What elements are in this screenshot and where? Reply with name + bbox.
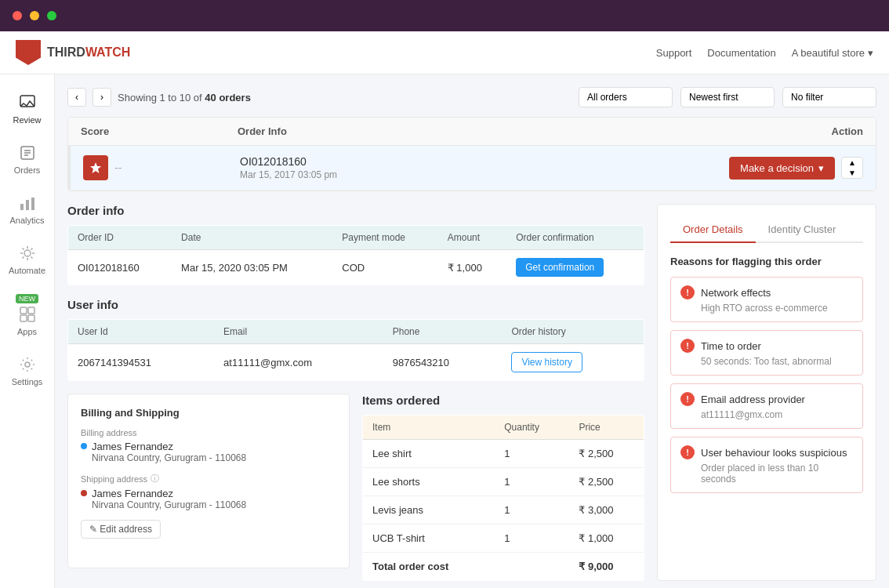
make-decision-button[interactable]: Make a decision ▾ (729, 157, 835, 180)
item-name: Lee shirt (363, 440, 495, 468)
item-price: ₹ 2,500 (569, 468, 644, 496)
get-confirmation-button[interactable]: Get confirmation (516, 258, 604, 277)
score-cell: -- (83, 155, 240, 180)
detail-user-id: 2067141394531 (68, 344, 215, 381)
left-detail: Order info Order ID Date Payment mode Am… (67, 204, 644, 581)
apps-badge: NEW (16, 294, 38, 303)
tab-identity-cluster[interactable]: Identity Cluster (756, 217, 849, 243)
pagination: ‹ › Showing 1 to 10 of 40 orders (67, 88, 251, 107)
header-nav: Support Documentation A beautiful store … (656, 47, 873, 59)
header: THIRDWATCH Support Documentation A beaut… (0, 31, 889, 74)
sidebar-item-orders[interactable]: Orders (0, 137, 54, 181)
store-dropdown[interactable]: A beautiful store ▾ (792, 47, 873, 59)
svg-rect-11 (20, 315, 27, 321)
reason-alert-icon: ! (680, 285, 695, 299)
items-section: Items ordered Item Quantity Price L (362, 394, 644, 581)
next-page-button[interactable]: › (93, 88, 111, 107)
order-id: OI012018160 (240, 155, 706, 168)
user-detail-row: 2067141394531 at11111@gmx.com 9876543210… (68, 344, 644, 381)
shipping-name: James Fernandez (92, 488, 246, 499)
expand-button[interactable]: ▲ ▼ (841, 157, 863, 179)
chevron-down-icon: ▾ (868, 47, 873, 59)
reason-card: ! Time to order 50 seconds: Too fast, ab… (670, 330, 863, 376)
right-panel: Order Details Identity Cluster Reasons f… (657, 204, 876, 581)
shipping-dot (81, 490, 87, 496)
th-quantity: Quantity (495, 416, 569, 440)
item-quantity: 1 (495, 440, 569, 468)
detail-amount: ₹ 1,000 (438, 250, 506, 285)
reasons-title: Reasons for flagging this order (670, 256, 863, 267)
support-link[interactable]: Support (656, 47, 692, 59)
item-name: Levis jeans (363, 496, 495, 524)
th-email: Email (214, 320, 383, 344)
tab-order-details[interactable]: Order Details (670, 217, 756, 243)
item-price: ₹ 3,000 (569, 496, 644, 524)
sidebar-item-review[interactable]: Review (0, 87, 54, 131)
showing-text: Showing 1 to 10 of (118, 92, 202, 103)
th-order-history: Order history (502, 320, 644, 344)
all-orders-select[interactable]: All orders (579, 87, 673, 107)
filter-select[interactable]: No filter (782, 87, 876, 107)
detail-date: Mar 15, 2020 03:05 PM (172, 250, 332, 285)
topbar (0, 0, 889, 31)
billing-address: Nirvana Country, Gurugram - 110068 (92, 452, 246, 463)
sidebar-item-settings[interactable]: Settings (0, 349, 54, 393)
col-score: Score (81, 125, 238, 137)
items-title: Items ordered (362, 394, 644, 407)
sort-select[interactable]: Newest first (680, 87, 775, 107)
total-value: ₹ 9,000 (569, 553, 644, 581)
documentation-link[interactable]: Documentation (707, 47, 775, 59)
item-row: UCB T-shirt 1 ₹ 1,000 (363, 524, 644, 553)
sidebar-label-review: Review (13, 115, 41, 125)
dot-green (47, 11, 56, 20)
th-confirmation: Order confirmation (506, 226, 644, 250)
apps-icon (18, 305, 37, 324)
th-price: Price (569, 416, 644, 440)
detail-confirmation-cell: Get confirmation (506, 250, 644, 285)
tabs: Order Details Identity Cluster (670, 217, 863, 243)
item-quantity: 1 (495, 496, 569, 524)
th-date: Date (172, 226, 332, 250)
action-cell: Make a decision ▾ ▲ ▼ (706, 157, 863, 180)
review-icon (18, 93, 37, 112)
user-info-table: User Id Email Phone Order history 206714… (67, 319, 644, 381)
item-row: Lee shirt 1 ₹ 2,500 (363, 440, 644, 468)
edit-address-button[interactable]: ✎ Edit address (81, 520, 161, 539)
total-label: Total order cost (363, 553, 495, 581)
reason-desc: Order placed in less than 10 seconds (701, 463, 853, 485)
order-info-table: Order ID Date Payment mode Amount Order … (67, 225, 644, 285)
analytics-icon (18, 194, 37, 212)
reason-desc: at11111@gmx.com (701, 409, 853, 420)
view-history-button[interactable]: View history (511, 352, 582, 372)
items-table: Item Quantity Price Lee shirt 1 ₹ 2,500 … (362, 415, 644, 581)
order-info-title: Order info (67, 204, 644, 217)
score-dashes: -- (114, 162, 122, 174)
chevron-down-icon: ▾ (818, 162, 824, 174)
reason-name: Email address provider (701, 394, 805, 405)
filter-controls: All orders Newest first No filter (579, 87, 876, 107)
svg-rect-12 (28, 315, 34, 321)
th-order-id: Order ID (68, 226, 172, 250)
reason-name: User behaviour looks suspicious (701, 447, 847, 459)
page-info: Showing 1 to 10 of 40 orders (118, 92, 251, 103)
sidebar-item-automate[interactable]: Automate (0, 238, 54, 281)
store-name: A beautiful store (792, 47, 865, 59)
item-quantity: 1 (495, 468, 569, 496)
sidebar-label-orders: Orders (14, 165, 41, 175)
item-name: Lee shorts (363, 468, 495, 496)
svg-rect-7 (31, 198, 34, 210)
user-info-title: User info (67, 298, 644, 311)
settings-icon (18, 355, 37, 374)
sidebar-item-apps[interactable]: NEW Apps (0, 288, 54, 343)
detail-panel: Order info Order ID Date Payment mode Am… (67, 204, 876, 581)
total-orders: 40 orders (205, 92, 251, 103)
billing-label: Billing address (81, 428, 336, 437)
th-payment-mode: Payment mode (332, 226, 437, 250)
sidebar-item-analytics[interactable]: Analytics (0, 187, 54, 231)
item-quantity: 1 (495, 524, 569, 553)
prev-page-button[interactable]: ‹ (67, 88, 86, 107)
table-row[interactable]: -- OI012018160 Mar 15, 2017 03:05 pm Mak… (68, 146, 876, 191)
reason-header: ! Email address provider (680, 392, 853, 406)
logo-third: THIRD (47, 45, 85, 59)
svg-point-8 (24, 250, 31, 256)
